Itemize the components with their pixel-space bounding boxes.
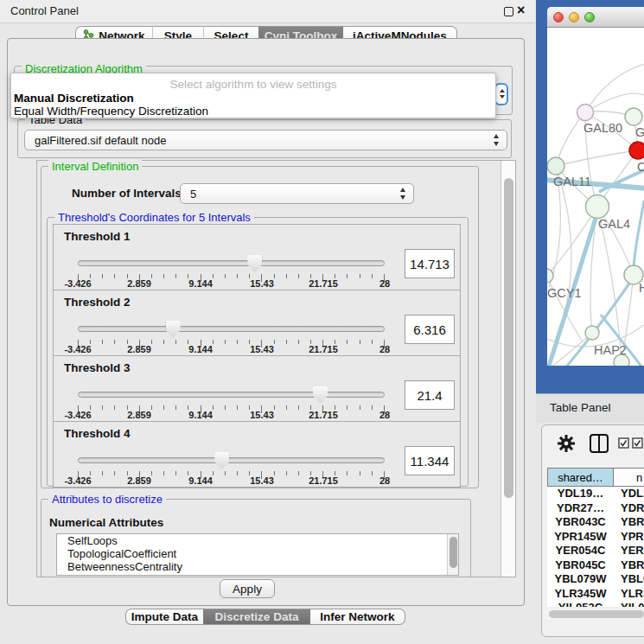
tick-label: 28 — [379, 410, 390, 420]
slider-track[interactable] — [78, 260, 385, 266]
cell[interactable]: YER054C — [547, 544, 614, 558]
slider-thumb[interactable] — [247, 255, 262, 272]
threshold-1-value-field[interactable]: 14.713 — [405, 249, 455, 278]
node-label-c: C — [637, 160, 644, 174]
node-label-gal80: GAL80 — [583, 121, 622, 135]
table-data-combobox[interactable]: galFiltered.sif default node — [24, 130, 507, 150]
table-row[interactable]: YIL052CYIL0 — [547, 601, 644, 607]
node-selected-red[interactable] — [629, 142, 644, 159]
threshold-4-slider[interactable] — [78, 451, 385, 470]
slider-thumb[interactable] — [166, 321, 181, 338]
cell[interactable]: YDL1 — [614, 487, 644, 501]
table-row[interactable]: YPR145WYPR1 — [547, 530, 644, 545]
cell[interactable]: YDL19… — [547, 487, 614, 501]
dropdown-option-manual-discretization[interactable]: Manual Discretization — [14, 92, 493, 105]
cell[interactable]: YBL079W — [547, 572, 614, 587]
table-row[interactable]: YBR045CYBR0 — [547, 558, 644, 573]
tab-impute-data[interactable]: Impute Data — [125, 609, 203, 625]
vertical-scrollbar-thumb[interactable] — [504, 178, 513, 498]
list-item-topologicalcoefficient[interactable]: TopologicalCoefficient — [57, 547, 458, 560]
slider-track[interactable] — [78, 326, 385, 332]
threshold-4-value-field[interactable]: 11.344 — [405, 446, 455, 475]
cell[interactable]: YPR145W — [547, 530, 614, 545]
table-row[interactable]: YBL079WYBL0 — [547, 572, 644, 587]
stepper-down-icon — [494, 142, 499, 146]
network-canvas[interactable]: GAL80 GA C GAL11 GAL4 GCY1 H HAP2 — [547, 28, 644, 366]
cell[interactable]: YER0 — [614, 544, 644, 558]
list-scrollbar-thumb[interactable] — [450, 537, 457, 568]
split-columns-icon[interactable] — [589, 433, 609, 454]
list-item-selfloops[interactable]: SelfLoops — [57, 534, 458, 547]
threshold-2-value-field[interactable]: 6.316 — [405, 315, 455, 344]
tab-discretize-data[interactable]: Discretize Data — [203, 609, 310, 625]
dropdown-option-equal-width-frequency[interactable]: Equal Width/Frequency Discretization — [14, 105, 493, 118]
table-row[interactable]: YER054CYER0 — [547, 544, 644, 558]
slider-thumb[interactable] — [214, 452, 229, 469]
cell[interactable]: YLR345W — [547, 587, 614, 602]
tick-label: 28 — [379, 475, 390, 486]
tick-label: 9.144 — [188, 410, 213, 420]
node-label-gal11: GAL11 — [553, 175, 591, 188]
apply-button[interactable]: Apply — [220, 579, 275, 598]
threshold-2-slider[interactable] — [78, 320, 385, 339]
slider-track[interactable] — [78, 392, 385, 398]
node-gal11[interactable] — [547, 157, 564, 175]
threshold-4-label: Threshold 4 — [64, 427, 131, 440]
stepper-up-icon — [400, 188, 405, 192]
threshold-row-2: Threshold 2 -3.426 2.859 9.144 15.43 21.… — [53, 290, 461, 356]
number-of-intervals-combobox[interactable]: 5 — [180, 183, 414, 204]
cell[interactable]: YBR0 — [614, 515, 644, 530]
cell[interactable]: YLR3 — [614, 587, 644, 602]
node-gal80[interactable] — [577, 105, 594, 121]
horizontal-scrollbar[interactable] — [544, 609, 644, 620]
close-traffic-light-icon[interactable] — [553, 12, 564, 22]
tab-infer-network[interactable]: Infer Network — [310, 609, 405, 625]
threshold-row-4: Threshold 4 -3.426 2.859 9.144 15.43 21.… — [53, 421, 461, 488]
list-item-betweennesscentrality[interactable]: BetweennessCentrality — [57, 560, 458, 573]
cell[interactable]: YPR1 — [614, 530, 644, 545]
float-window-icon[interactable] — [504, 7, 513, 16]
list-scrollbar[interactable] — [447, 534, 458, 575]
thresholds-group-title: Threshold's Coordinates for 5 Intervals — [54, 211, 254, 224]
cell[interactable]: YIL052C — [547, 601, 614, 607]
table-header-row: shared… n — [547, 468, 644, 487]
algorithm-combobox[interactable] — [494, 83, 508, 105]
gear-icon[interactable] — [558, 435, 575, 452]
cell[interactable]: YBR0 — [614, 558, 644, 573]
cell[interactable]: YIL0 — [614, 601, 644, 607]
node-gcy1[interactable] — [547, 269, 553, 283]
threshold-3-value-field[interactable]: 21.4 — [405, 380, 455, 410]
node-ga[interactable] — [625, 108, 642, 125]
cell[interactable]: YBL0 — [614, 572, 644, 587]
dropdown-hint: Select algorithm to view settings — [11, 78, 495, 91]
table-row[interactable]: YDR27…YDR2 — [547, 501, 644, 516]
table-panel-titlebar: Table Panel — [536, 393, 644, 423]
table-row[interactable]: YLR345WYLR3 — [547, 587, 644, 602]
table-row[interactable]: YDL19…YDL1 — [547, 487, 644, 501]
column-header-name[interactable]: n — [614, 468, 644, 487]
zoom-traffic-light-icon[interactable] — [584, 12, 595, 22]
column-header-shared-name[interactable]: shared… — [547, 468, 614, 487]
numerical-attributes-list[interactable]: SelfLoops TopologicalCoefficient Between… — [56, 533, 459, 576]
threshold-3-slider[interactable] — [78, 386, 385, 405]
slider-thumb[interactable] — [313, 386, 328, 404]
checkbox-checked-icon[interactable] — [618, 437, 629, 449]
horizontal-scrollbar-thumb[interactable] — [549, 610, 644, 618]
threshold-1-slider[interactable] — [78, 254, 385, 273]
minimize-traffic-light-icon[interactable] — [569, 12, 579, 22]
cell[interactable]: YBR045C — [547, 558, 614, 573]
slider-track[interactable] — [78, 457, 385, 463]
table-panel-title: Table Panel — [550, 401, 611, 414]
tick-label: -3.426 — [64, 278, 91, 289]
checkbox-checked-icon[interactable] — [632, 437, 643, 449]
cell[interactable]: YDR2 — [614, 501, 644, 516]
cell[interactable]: YBR043C — [547, 515, 614, 530]
tick-label: 28 — [379, 278, 390, 289]
node-hap2[interactable] — [585, 326, 599, 340]
close-icon[interactable]: × — [517, 2, 525, 19]
node-gal4[interactable] — [586, 195, 609, 219]
table-row[interactable]: YBR043CYBR0 — [547, 515, 644, 530]
cell[interactable]: YDR27… — [547, 501, 614, 516]
interval-definition-title: Interval Definition — [48, 160, 142, 173]
vertical-scrollbar[interactable] — [501, 161, 515, 577]
